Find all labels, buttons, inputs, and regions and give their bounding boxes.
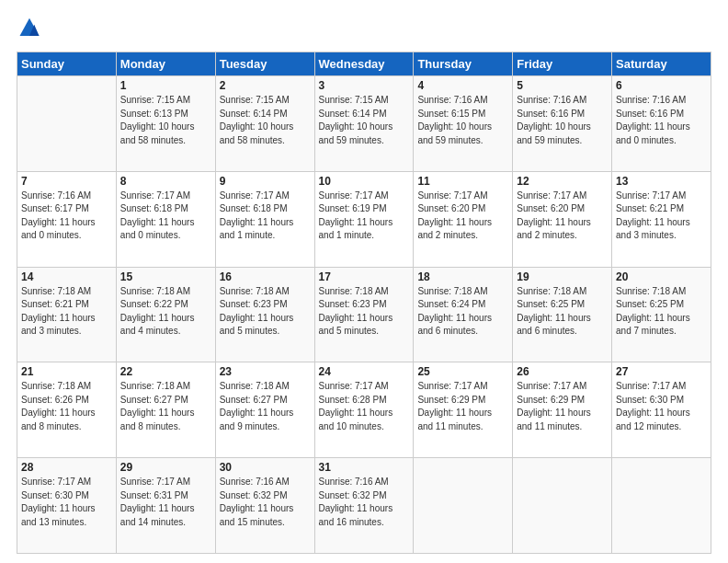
day-info: Sunrise: 7:17 AMSunset: 6:30 PMDaylight:… [616,380,707,433]
day-cell: 3Sunrise: 7:15 AMSunset: 6:14 PMDaylight… [314,76,414,172]
day-number: 31 [319,461,410,474]
week-row-3: 14Sunrise: 7:18 AMSunset: 6:21 PMDayligh… [17,267,711,362]
day-info: Sunrise: 7:17 AMSunset: 6:31 PMDaylight:… [120,476,211,529]
day-number: 21 [21,365,112,378]
week-row-5: 28Sunrise: 7:17 AMSunset: 6:30 PMDayligh… [17,458,711,554]
day-info: Sunrise: 7:17 AMSunset: 6:28 PMDaylight:… [319,380,410,433]
day-number: 18 [417,270,508,283]
day-info: Sunrise: 7:17 AMSunset: 6:29 PMDaylight:… [517,380,608,433]
day-cell [17,76,117,172]
day-info: Sunrise: 7:17 AMSunset: 6:21 PMDaylight:… [616,190,707,243]
col-header-thursday: Thursday [414,52,513,76]
day-number: 5 [517,79,608,92]
day-info: Sunrise: 7:16 AMSunset: 6:17 PMDaylight:… [21,190,112,243]
day-info: Sunrise: 7:16 AMSunset: 6:16 PMDaylight:… [517,94,608,147]
day-number: 16 [220,270,311,283]
day-info: Sunrise: 7:16 AMSunset: 6:32 PMDaylight:… [319,476,410,529]
day-number: 11 [417,175,508,188]
day-number: 13 [616,175,707,188]
day-number: 1 [120,79,211,92]
day-cell [612,458,711,554]
day-number: 2 [220,79,311,92]
day-cell: 8Sunrise: 7:17 AMSunset: 6:18 PMDaylight… [116,171,215,267]
day-info: Sunrise: 7:17 AMSunset: 6:19 PMDaylight:… [319,190,410,243]
day-number: 15 [120,270,211,283]
col-header-saturday: Saturday [612,52,711,76]
day-cell: 27Sunrise: 7:17 AMSunset: 6:30 PMDayligh… [612,362,711,458]
day-number: 4 [417,79,508,92]
day-cell: 29Sunrise: 7:17 AMSunset: 6:31 PMDayligh… [116,458,215,554]
day-info: Sunrise: 7:18 AMSunset: 6:27 PMDaylight:… [120,380,211,433]
day-number: 17 [319,270,410,283]
day-cell: 9Sunrise: 7:17 AMSunset: 6:18 PMDaylight… [215,171,314,267]
day-number: 12 [517,175,608,188]
page: SundayMondayTuesdayWednesdayThursdayFrid… [0,0,728,563]
day-cell: 10Sunrise: 7:17 AMSunset: 6:19 PMDayligh… [314,171,414,267]
calendar-header-row: SundayMondayTuesdayWednesdayThursdayFrid… [17,52,711,76]
day-cell: 20Sunrise: 7:18 AMSunset: 6:25 PMDayligh… [612,267,711,362]
day-number: 29 [120,461,211,474]
day-cell: 26Sunrise: 7:17 AMSunset: 6:29 PMDayligh… [513,362,612,458]
day-cell: 16Sunrise: 7:18 AMSunset: 6:23 PMDayligh… [215,267,314,362]
day-cell: 5Sunrise: 7:16 AMSunset: 6:16 PMDaylight… [513,76,612,172]
day-cell: 24Sunrise: 7:17 AMSunset: 6:28 PMDayligh… [314,362,414,458]
day-cell: 11Sunrise: 7:17 AMSunset: 6:20 PMDayligh… [414,171,513,267]
day-info: Sunrise: 7:16 AMSunset: 6:32 PMDaylight:… [220,476,311,529]
calendar-table: SundayMondayTuesdayWednesdayThursdayFrid… [17,52,711,554]
header [17,17,711,42]
day-number: 3 [319,79,410,92]
day-info: Sunrise: 7:18 AMSunset: 6:23 PMDaylight:… [220,285,311,339]
day-number: 7 [21,175,112,188]
day-info: Sunrise: 7:18 AMSunset: 6:24 PMDaylight:… [417,285,508,339]
day-cell: 19Sunrise: 7:18 AMSunset: 6:25 PMDayligh… [513,267,612,362]
day-cell: 17Sunrise: 7:18 AMSunset: 6:23 PMDayligh… [314,267,414,362]
day-cell: 13Sunrise: 7:17 AMSunset: 6:21 PMDayligh… [612,171,711,267]
day-cell: 6Sunrise: 7:16 AMSunset: 6:16 PMDaylight… [612,76,711,172]
day-number: 19 [517,270,608,283]
logo-icon [17,17,42,42]
day-info: Sunrise: 7:18 AMSunset: 6:26 PMDaylight:… [21,380,112,433]
day-info: Sunrise: 7:16 AMSunset: 6:16 PMDaylight:… [616,94,707,147]
day-info: Sunrise: 7:16 AMSunset: 6:15 PMDaylight:… [417,94,508,147]
day-number: 25 [417,365,508,378]
week-row-1: 1Sunrise: 7:15 AMSunset: 6:13 PMDaylight… [17,76,711,172]
day-info: Sunrise: 7:17 AMSunset: 6:29 PMDaylight:… [417,380,508,433]
day-info: Sunrise: 7:15 AMSunset: 6:13 PMDaylight:… [120,94,211,147]
week-row-4: 21Sunrise: 7:18 AMSunset: 6:26 PMDayligh… [17,362,711,458]
day-cell: 18Sunrise: 7:18 AMSunset: 6:24 PMDayligh… [414,267,513,362]
day-cell: 2Sunrise: 7:15 AMSunset: 6:14 PMDaylight… [215,76,314,172]
day-info: Sunrise: 7:18 AMSunset: 6:22 PMDaylight:… [120,285,211,339]
day-cell: 7Sunrise: 7:16 AMSunset: 6:17 PMDaylight… [17,171,117,267]
day-cell: 1Sunrise: 7:15 AMSunset: 6:13 PMDaylight… [116,76,215,172]
day-number: 26 [517,365,608,378]
day-info: Sunrise: 7:17 AMSunset: 6:20 PMDaylight:… [517,190,608,243]
day-info: Sunrise: 7:18 AMSunset: 6:21 PMDaylight:… [21,285,112,339]
day-info: Sunrise: 7:17 AMSunset: 6:18 PMDaylight:… [120,190,211,243]
col-header-tuesday: Tuesday [215,52,314,76]
day-cell: 12Sunrise: 7:17 AMSunset: 6:20 PMDayligh… [513,171,612,267]
day-info: Sunrise: 7:18 AMSunset: 6:27 PMDaylight:… [220,380,311,433]
day-cell: 23Sunrise: 7:18 AMSunset: 6:27 PMDayligh… [215,362,314,458]
col-header-monday: Monday [116,52,215,76]
day-cell: 21Sunrise: 7:18 AMSunset: 6:26 PMDayligh… [17,362,117,458]
day-info: Sunrise: 7:15 AMSunset: 6:14 PMDaylight:… [220,94,311,147]
day-info: Sunrise: 7:17 AMSunset: 6:18 PMDaylight:… [220,190,311,243]
col-header-sunday: Sunday [17,52,117,76]
day-cell [513,458,612,554]
day-cell: 30Sunrise: 7:16 AMSunset: 6:32 PMDayligh… [215,458,314,554]
day-cell: 31Sunrise: 7:16 AMSunset: 6:32 PMDayligh… [314,458,414,554]
day-number: 30 [220,461,311,474]
day-number: 28 [21,461,112,474]
day-cell: 28Sunrise: 7:17 AMSunset: 6:30 PMDayligh… [17,458,117,554]
day-number: 14 [21,270,112,283]
day-cell [414,458,513,554]
day-number: 8 [120,175,211,188]
day-number: 20 [616,270,707,283]
day-info: Sunrise: 7:18 AMSunset: 6:25 PMDaylight:… [616,285,707,339]
day-number: 24 [319,365,410,378]
col-header-friday: Friday [513,52,612,76]
day-info: Sunrise: 7:15 AMSunset: 6:14 PMDaylight:… [319,94,410,147]
day-cell: 15Sunrise: 7:18 AMSunset: 6:22 PMDayligh… [116,267,215,362]
day-info: Sunrise: 7:17 AMSunset: 6:30 PMDaylight:… [21,476,112,529]
col-header-wednesday: Wednesday [314,52,414,76]
